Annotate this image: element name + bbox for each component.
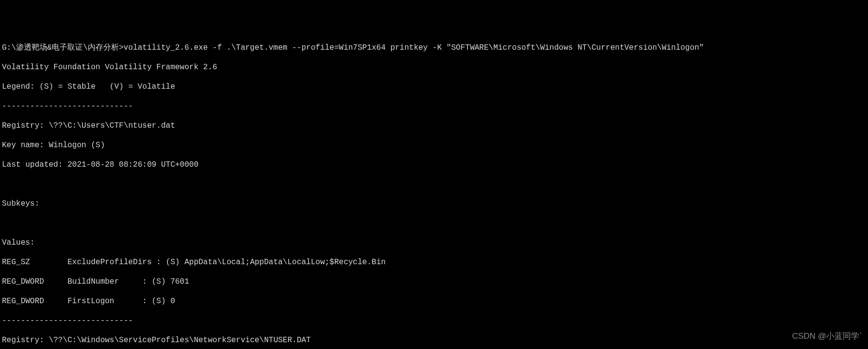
prompt: G:\渗透靶场&电子取证\内存分析>	[2, 43, 124, 52]
registry-value: REG_SZ ExcludeProfileDirs : (S) AppData\…	[2, 257, 866, 267]
values-label: Values:	[2, 238, 866, 248]
command-text: volatility_2.6.exe -f .\Target.vmem --pr…	[124, 43, 704, 52]
blank-line	[2, 179, 866, 189]
registry-value: REG_DWORD FirstLogon : (S) 0	[2, 296, 866, 306]
watermark-text: CSDN @小蓝同学`	[792, 331, 862, 341]
last-updated: Last updated: 2021-08-28 08:26:09 UTC+00…	[2, 160, 866, 170]
key-name: Key name: Winlogon (S)	[2, 140, 866, 150]
blank-line	[2, 218, 866, 228]
output-header: Volatility Foundation Volatility Framewo…	[2, 62, 866, 72]
subkeys-label: Subkeys:	[2, 199, 866, 209]
output-legend: Legend: (S) = Stable (V) = Volatile	[2, 82, 866, 92]
separator: ----------------------------	[2, 101, 866, 111]
registry-value: REG_DWORD BuildNumber : (S) 7601	[2, 277, 866, 287]
separator: ----------------------------	[2, 316, 866, 326]
command-line: G:\渗透靶场&电子取证\内存分析>volatility_2.6.exe -f …	[2, 43, 866, 53]
registry-path: Registry: \??\C:\Windows\ServiceProfiles…	[2, 335, 866, 345]
registry-path: Registry: \??\C:\Users\CTF\ntuser.dat	[2, 121, 866, 131]
